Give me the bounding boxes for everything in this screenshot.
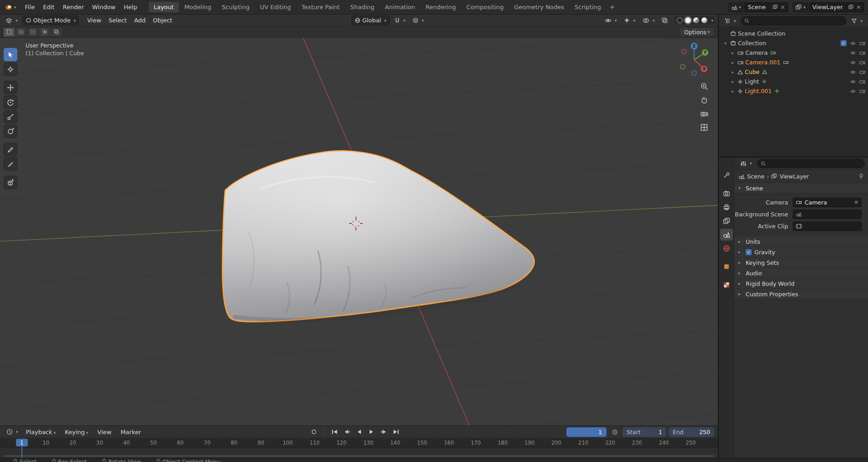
outliner-search-input[interactable]: [741, 16, 847, 26]
disable-render-camera-icon[interactable]: [859, 70, 865, 74]
scene-panel-header[interactable]: ▾ Scene: [734, 183, 868, 194]
breadcrumb-scene[interactable]: Scene: [747, 173, 764, 180]
properties-panel-header[interactable]: ▸ ✓ Custom Properties: [734, 289, 868, 299]
tab-tool[interactable]: [720, 169, 733, 181]
jump-to-start-button[interactable]: [329, 427, 340, 436]
properties-editor-type-button[interactable]: ▾: [737, 159, 755, 168]
tool-select-box[interactable]: [4, 48, 17, 61]
visibility-dropdown[interactable]: ▾: [602, 16, 620, 25]
jump-to-end-button[interactable]: [391, 427, 402, 436]
properties-panel-header[interactable]: ▸ ✓ Keying Sets: [734, 257, 868, 268]
disable-render-camera-icon[interactable]: [859, 51, 865, 55]
tool-move[interactable]: [4, 81, 17, 94]
tool-cursor[interactable]: [4, 63, 17, 76]
tab-scene[interactable]: [720, 229, 733, 241]
remove-view-layer-icon[interactable]: ×: [856, 4, 861, 10]
menu-render[interactable]: Render: [58, 2, 88, 12]
menu-edit[interactable]: Edit: [39, 2, 58, 12]
play-button[interactable]: [366, 427, 377, 436]
expand-icon[interactable]: ▸: [730, 60, 736, 65]
disable-render-camera-icon[interactable]: [859, 89, 865, 94]
show-overlays-dropdown[interactable]: ▾: [640, 16, 658, 25]
menu-add[interactable]: Add: [131, 16, 149, 25]
outliner-object-row[interactable]: ▸ Cube: [719, 67, 868, 77]
transform-orientation-selector[interactable]: Global ▾: [351, 16, 390, 25]
breadcrumb-view-layer[interactable]: ViewLayer: [779, 173, 809, 180]
current-frame-field[interactable]: 1: [566, 427, 607, 437]
pillow-object[interactable]: [222, 151, 534, 322]
workspace-tab[interactable]: Texture Paint: [297, 2, 345, 12]
workspace-tab[interactable]: Layout: [149, 2, 179, 12]
shading-material-button[interactable]: [693, 17, 699, 23]
hide-eye-icon[interactable]: [850, 41, 856, 46]
select-mode-subtract-button[interactable]: [27, 28, 38, 37]
tool-transform[interactable]: [4, 125, 17, 138]
scene-browse-button[interactable]: ▾: [728, 2, 744, 12]
hide-eye-icon[interactable]: [850, 51, 856, 55]
timeline-editor-type-button[interactable]: ▾: [4, 427, 21, 437]
menu-object[interactable]: Object: [149, 16, 176, 25]
axis-neg-z[interactable]: [692, 71, 697, 76]
axis-neg-x[interactable]: [682, 49, 687, 54]
play-reverse-button[interactable]: [354, 427, 365, 436]
properties-search-input[interactable]: [757, 159, 865, 168]
tool-scale[interactable]: [4, 110, 17, 123]
toggle-xray-button[interactable]: [659, 16, 670, 25]
camera-view-icon[interactable]: [700, 109, 709, 118]
outliner-editor-type-button[interactable]: ▾: [722, 16, 739, 26]
select-mode-new-button[interactable]: [4, 28, 15, 37]
timeline-ruler-area[interactable]: 1020304050607080901001101201301401501601…: [0, 438, 718, 458]
scene-camera-field[interactable]: Camera ×: [793, 198, 862, 207]
workspace-tab[interactable]: Scripting: [570, 2, 606, 12]
outliner-object-row[interactable]: ▸ Light.001: [719, 86, 868, 96]
collection-checkbox[interactable]: ✓: [841, 40, 847, 46]
select-mode-intersect-button[interactable]: [51, 28, 62, 37]
scene-name-field[interactable]: Scene ×: [744, 2, 788, 12]
hide-eye-icon[interactable]: [850, 70, 856, 74]
navigation-gizmo[interactable]: Z Y X: [676, 41, 712, 77]
menu-file[interactable]: File: [21, 2, 39, 12]
tab-object[interactable]: [720, 261, 733, 273]
mode-selector[interactable]: Object Mode ▾: [22, 16, 79, 25]
chevron-down-icon[interactable]: ▾: [711, 18, 713, 23]
timeline-track[interactable]: [0, 448, 718, 458]
disable-render-camera-icon[interactable]: [859, 60, 865, 65]
workspace-tab[interactable]: Compositing: [461, 2, 509, 12]
workspace-tab[interactable]: Shading: [345, 2, 379, 12]
editor-type-button[interactable]: ▾: [3, 16, 21, 25]
tab-world[interactable]: [720, 242, 733, 254]
workspace-tab[interactable]: Animation: [380, 2, 420, 12]
view-layer-browse-button[interactable]: ▾: [793, 2, 808, 12]
axis-neg-y[interactable]: [680, 64, 685, 69]
outliner-object-row[interactable]: ▸ Camera: [719, 48, 868, 58]
active-clip-field[interactable]: [793, 221, 862, 231]
workspace-tab[interactable]: Rendering: [421, 2, 461, 12]
outliner-object-row[interactable]: ▸ Light: [719, 77, 868, 86]
workspace-tab[interactable]: Sculpting: [217, 2, 255, 12]
disable-render-camera-icon[interactable]: [859, 79, 865, 84]
view-layer-name-field[interactable]: ViewLayer ×: [809, 2, 864, 12]
shading-rendered-button[interactable]: [701, 17, 707, 23]
tool-add-cube[interactable]: [4, 176, 17, 189]
background-scene-field[interactable]: [793, 210, 862, 219]
show-gizmo-dropdown[interactable]: ▾: [621, 16, 638, 25]
pin-icon[interactable]: [858, 173, 864, 179]
panel-checkbox[interactable]: ✓: [746, 249, 752, 255]
tool-rotate[interactable]: [4, 95, 17, 109]
expand-icon[interactable]: ▾: [722, 41, 728, 46]
workspace-tab[interactable]: Geometry Nodes: [509, 2, 569, 12]
expand-icon[interactable]: ▸: [730, 70, 736, 74]
blender-menu-button[interactable]: ▾: [4, 4, 16, 11]
frame-end-field[interactable]: End250: [669, 427, 714, 437]
zoom-icon[interactable]: [700, 82, 709, 91]
menu-window[interactable]: Window: [88, 2, 120, 12]
menu-view[interactable]: View: [84, 16, 105, 25]
expand-icon[interactable]: ▸: [730, 51, 736, 55]
tab-view-layer[interactable]: [720, 215, 733, 227]
outliner-filter-button[interactable]: ▾: [848, 16, 865, 26]
next-keyframe-button[interactable]: [378, 427, 389, 436]
unlink-scene-icon[interactable]: ×: [780, 4, 785, 10]
proportional-editing-toggle[interactable]: ▾: [410, 16, 427, 25]
tool-measure[interactable]: [4, 158, 17, 171]
new-view-layer-icon[interactable]: [848, 5, 853, 10]
